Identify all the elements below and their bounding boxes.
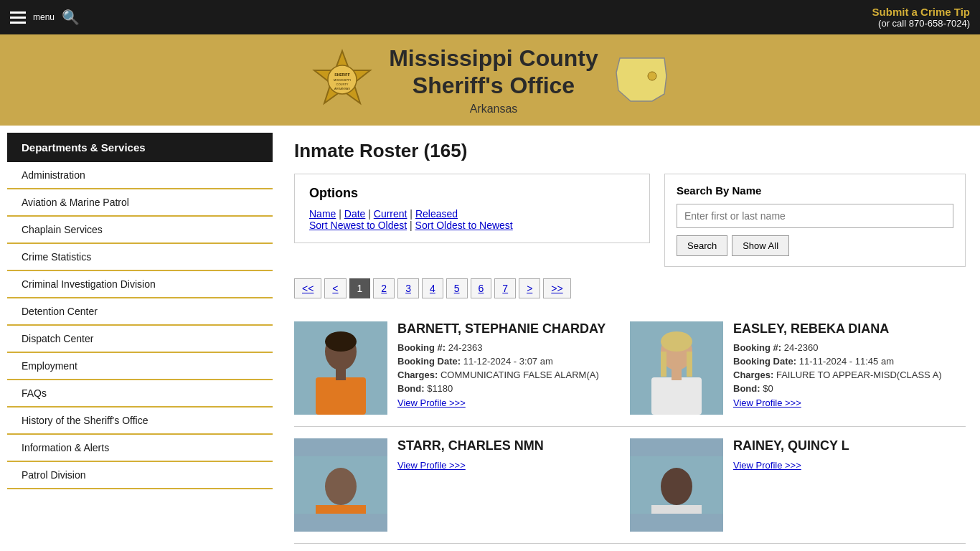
sort-released-link[interactable]: Released	[415, 208, 458, 220]
site-header: SHERIFF MISSISSIPPI COUNTY ARKANSAS Miss…	[0, 34, 980, 126]
sort-date-link[interactable]: Date	[344, 208, 366, 220]
sidebar-item-chaplain[interactable]: Chaplain Services	[7, 217, 273, 244]
svg-rect-17	[687, 352, 692, 377]
pagination-page-1[interactable]: 1	[349, 278, 371, 298]
sidebar-item-info[interactable]: Information & Alerts	[7, 435, 273, 462]
inmate-charges-2: Charges: FAILURE TO APPEAR-MISD(CLASS A)	[733, 369, 966, 380]
svg-point-21	[325, 468, 357, 505]
sidebar-item-employment[interactable]: Employment	[7, 353, 273, 380]
title-line1: Mississippi County	[389, 45, 598, 71]
sidebar-item-patrol[interactable]: Patrol Division	[7, 462, 273, 489]
pagination-first[interactable]: <<	[294, 278, 321, 298]
inmate-photo-4	[630, 438, 723, 532]
sort-current-link[interactable]: Current	[374, 208, 407, 220]
inmate-grid: BARNETT, STEPHANIE CHARDAY Booking #: 24…	[294, 310, 966, 544]
pagination: << < 1 2 3 4 5 6 7 > >>	[294, 278, 966, 298]
sidebar-item-history[interactable]: History of the Sheriff's Office	[7, 408, 273, 435]
inmate-info-4: RAINEY, QUINCY L View Profile >>>	[733, 438, 966, 532]
sidebar-item-faqs[interactable]: FAQs	[7, 380, 273, 408]
pagination-next[interactable]: >	[519, 278, 540, 298]
svg-text:MISSISSIPPI: MISSISSIPPI	[334, 78, 351, 82]
inmate-booking-date-2: Booking Date: 11-11-2024 - 11:45 am	[733, 356, 966, 367]
top-bar: menu 🔍 Submit a Crime Tip (or call 870-6…	[0, 0, 980, 34]
inmate-profile-link-3[interactable]: View Profile >>>	[397, 460, 466, 471]
pagination-page-7[interactable]: 7	[494, 278, 516, 298]
search-buttons: Search Show All	[677, 235, 953, 256]
svg-text:ARKANSAS: ARKANSAS	[334, 87, 350, 90]
sidebar-item-dispatch[interactable]: Dispatch Center	[7, 326, 273, 353]
svg-rect-12	[336, 367, 346, 380]
inmate-name-4: RAINEY, QUINCY L	[733, 438, 966, 454]
crime-tip-label[interactable]: Submit a Crime Tip	[872, 6, 970, 18]
sort-newest-link[interactable]: Sort Newest to Oldest	[309, 220, 407, 231]
options-section: Options Name | Date | Current | Released…	[294, 174, 966, 267]
main-layout: Departments & Services Administration Av…	[0, 126, 980, 551]
options-title: Options	[309, 186, 635, 201]
svg-marker-6	[616, 58, 666, 101]
crime-tip-sub: (or call 870-658-7024)	[872, 18, 970, 29]
inmate-info-2: EASLEY, REBEKA DIANA Booking #: 24-2360 …	[733, 321, 966, 415]
search-button[interactable]: Search	[677, 235, 727, 256]
pagination-page-2[interactable]: 2	[373, 278, 395, 298]
sidebar-item-detention[interactable]: Detention Center	[7, 298, 273, 326]
inmate-photo-1	[294, 321, 387, 415]
sidebar-item-aviation[interactable]: Aviation & Marine Patrol	[7, 189, 273, 217]
inmate-name-1: BARNETT, STEPHANIE CHARDAY	[397, 321, 630, 337]
svg-text:SHERIFF: SHERIFF	[335, 72, 350, 77]
svg-rect-25	[651, 505, 702, 514]
menu-button[interactable]	[10, 11, 26, 24]
inmate-card-1: BARNETT, STEPHANIE CHARDAY Booking #: 24…	[294, 310, 630, 427]
inmate-bond-1: Bond: $1180	[397, 383, 630, 394]
inmate-photo-2	[630, 321, 723, 415]
sidebar: Departments & Services Administration Av…	[0, 126, 280, 551]
sidebar-header: Departments & Services	[7, 133, 273, 162]
pagination-prev[interactable]: <	[324, 278, 346, 298]
svg-rect-18	[651, 377, 702, 415]
inmate-profile-link-2[interactable]: View Profile >>>	[733, 397, 801, 408]
svg-text:COUNTY: COUNTY	[336, 83, 349, 86]
svg-rect-22	[316, 505, 366, 514]
sidebar-item-administration[interactable]: Administration	[7, 162, 273, 189]
inmate-bond-2: Bond: $0	[733, 383, 966, 394]
sort-oldest-link[interactable]: Sort Oldest to Newest	[415, 220, 513, 231]
sidebar-item-cid[interactable]: Criminal Investigation Division	[7, 271, 273, 298]
inmate-booking-date-1: Booking Date: 11-12-2024 - 3:07 am	[397, 356, 630, 367]
sidebar-item-crime-stats[interactable]: Crime Statistics	[7, 244, 273, 271]
search-input[interactable]	[677, 204, 953, 228]
pagination-page-5[interactable]: 5	[446, 278, 468, 298]
inmate-info-3: STARR, CHARLES NMN View Profile >>>	[397, 438, 630, 532]
pagination-page-3[interactable]: 3	[397, 278, 419, 298]
inmate-photo-3	[294, 438, 387, 532]
title-line2: Sheriff's Office	[413, 72, 575, 98]
svg-rect-11	[316, 377, 366, 415]
inmate-profile-link-4[interactable]: View Profile >>>	[733, 460, 801, 471]
inmate-name-2: EASLEY, REBEKA DIANA	[733, 321, 966, 337]
inmate-card-2: EASLEY, REBEKA DIANA Booking #: 24-2360 …	[630, 310, 966, 427]
inmate-booking-num-1: Booking #: 24-2363	[397, 342, 630, 353]
svg-point-7	[648, 72, 656, 80]
svg-rect-19	[672, 367, 682, 380]
search-icon[interactable]: 🔍	[62, 9, 80, 26]
main-content: Inmate Roster (165) Options Name | Date …	[280, 126, 980, 551]
top-bar-right: Submit a Crime Tip (or call 870-658-7024…	[872, 6, 970, 29]
sort-name-link[interactable]: Name	[309, 208, 336, 220]
search-title: Search By Name	[677, 184, 953, 197]
options-box: Options Name | Date | Current | Released…	[294, 174, 650, 243]
options-links: Name | Date | Current | Released Sort Ne…	[309, 208, 635, 231]
page-title: Inmate Roster (165)	[294, 140, 966, 162]
inmate-card-4: RAINEY, QUINCY L View Profile >>>	[630, 427, 966, 544]
ar-state-map	[613, 55, 670, 105]
inmate-charges-1: Charges: COMMUNICATING FALSE ALARM(A)	[397, 369, 630, 380]
pagination-last[interactable]: >>	[543, 278, 570, 298]
sheriff-badge: SHERIFF MISSISSIPPI COUNTY ARKANSAS	[310, 47, 374, 112]
pagination-page-6[interactable]: 6	[471, 278, 492, 298]
inmate-card-3: STARR, CHARLES NMN View Profile >>>	[294, 427, 630, 544]
search-box: Search By Name Search Show All	[664, 174, 966, 267]
inmate-info-1: BARNETT, STEPHANIE CHARDAY Booking #: 24…	[397, 321, 630, 415]
inmate-booking-num-2: Booking #: 24-2360	[733, 342, 966, 353]
svg-point-10	[325, 331, 357, 352]
inmate-name-3: STARR, CHARLES NMN	[397, 438, 630, 454]
pagination-page-4[interactable]: 4	[422, 278, 443, 298]
inmate-profile-link-1[interactable]: View Profile >>>	[397, 397, 466, 408]
showall-button[interactable]: Show All	[732, 235, 789, 256]
